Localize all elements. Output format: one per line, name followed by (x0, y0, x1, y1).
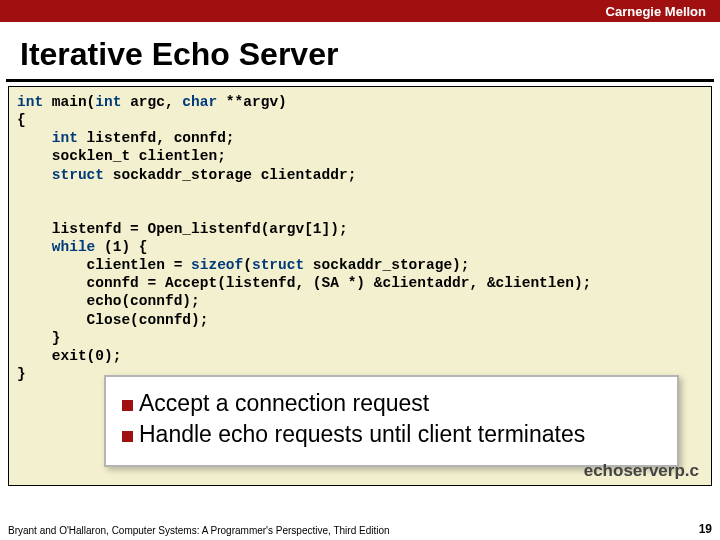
slide-title: Iterative Echo Server (0, 22, 720, 79)
code-content: int main(int argc, char **argv) { int li… (17, 93, 703, 383)
note-row: Handle echo requests until client termin… (122, 420, 661, 449)
page-number: 19 (699, 522, 712, 536)
kw-int: int (52, 130, 78, 146)
note-text: Handle echo requests until client termin… (139, 420, 585, 449)
kw-sizeof: sizeof (191, 257, 243, 273)
note-row: Accept a connection request (122, 389, 661, 418)
footer: Bryant and O'Hallaron, Computer Systems:… (8, 522, 712, 536)
brand-bar: Carnegie Mellon (0, 0, 720, 22)
kw-int: int (95, 94, 121, 110)
slide: Carnegie Mellon Iterative Echo Server in… (0, 0, 720, 540)
kw-char: char (182, 94, 217, 110)
kw-while: while (52, 239, 96, 255)
footer-credit: Bryant and O'Hallaron, Computer Systems:… (8, 525, 390, 536)
notes-callout: Accept a connection request Handle echo … (104, 375, 679, 467)
note-text: Accept a connection request (139, 389, 429, 418)
filename-label: echoserverp.c (584, 460, 699, 481)
brand-text: Carnegie Mellon (606, 4, 706, 19)
kw-struct: struct (252, 257, 304, 273)
bullet-icon (122, 400, 133, 411)
bullet-icon (122, 431, 133, 442)
kw-struct: struct (52, 167, 104, 183)
kw-int: int (17, 94, 43, 110)
title-rule (6, 79, 714, 82)
code-box: int main(int argc, char **argv) { int li… (8, 86, 712, 486)
